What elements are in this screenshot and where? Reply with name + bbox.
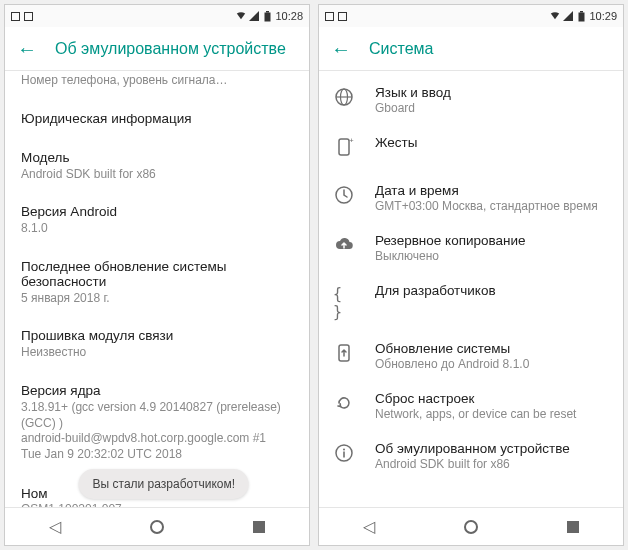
svg-rect-2 — [578, 12, 584, 21]
item-subtitle: Выключено — [375, 249, 609, 263]
system-list-item[interactable]: Язык и вводGboard — [319, 75, 623, 125]
status-notif-icon — [338, 12, 347, 21]
app-bar: ← Система — [319, 27, 623, 71]
item-subtitle: Android SDK built for x86 — [21, 167, 293, 183]
settings-item[interactable]: Прошивка модуля связи Неизвестно — [21, 318, 293, 373]
svg-rect-13 — [343, 452, 345, 458]
settings-item[interactable]: Версия Android 8.1.0 — [21, 194, 293, 249]
system-list-item[interactable]: { }Для разработчиков — [319, 273, 623, 331]
globe-icon — [333, 85, 355, 107]
signal-icon — [249, 11, 259, 21]
nav-home-icon[interactable] — [464, 520, 478, 534]
nav-back-icon[interactable]: ◁ — [49, 517, 61, 536]
status-notif-icon — [11, 12, 20, 21]
item-subtitle: Номер телефона, уровень сигнала… — [21, 73, 293, 89]
status-bar: 10:29 — [319, 5, 623, 27]
wifi-icon — [236, 11, 246, 21]
back-arrow-icon[interactable]: ← — [17, 39, 37, 59]
status-time: 10:29 — [589, 10, 617, 22]
item-title: Модель — [21, 150, 293, 165]
item-title: Прошивка модуля связи — [21, 328, 293, 343]
settings-item[interactable]: Версия ядра 3.18.91+ (gcc version 4.9 20… — [21, 373, 293, 474]
app-bar-title: Система — [369, 40, 433, 58]
svg-text:+: + — [349, 137, 354, 145]
braces-icon: { } — [333, 283, 355, 321]
item-subtitle: Неизвестно — [21, 345, 293, 361]
svg-rect-7 — [339, 139, 349, 155]
item-title: Сброс настроек — [375, 391, 609, 406]
system-list-item[interactable]: Дата и времяGMT+03:00 Москва, стандартно… — [319, 173, 623, 223]
item-subtitle: 8.1.0 — [21, 221, 293, 237]
svg-rect-1 — [266, 11, 269, 13]
settings-item[interactable]: Юридическая информация — [21, 101, 293, 140]
nav-recent-icon[interactable] — [253, 521, 265, 533]
item-title: Об эмулированном устройстве — [375, 441, 609, 456]
svg-rect-0 — [264, 12, 270, 21]
cloud-up-icon — [333, 233, 355, 255]
item-title: Для разработчиков — [375, 283, 609, 298]
item-title: Последнее обновление системы безопасност… — [21, 259, 293, 289]
item-subtitle: OSM1.100201.007 — [21, 502, 293, 507]
item-subtitle: Network, apps, or device can be reset — [375, 407, 609, 421]
clock-icon — [333, 183, 355, 205]
status-time: 10:28 — [275, 10, 303, 22]
status-bar: 10:28 — [5, 5, 309, 27]
item-title: Жесты — [375, 135, 609, 150]
app-bar-title: Об эмулированном устройстве — [55, 40, 286, 58]
svg-rect-3 — [580, 11, 583, 13]
settings-item[interactable]: Общая информация Номер телефона, уровень… — [21, 71, 293, 101]
reset-icon — [333, 391, 355, 413]
nav-home-icon[interactable] — [150, 520, 164, 534]
item-subtitle: 3.18.91+ (gcc version 4.9 20140827 (prer… — [21, 400, 293, 462]
gesture-icon: + — [333, 135, 355, 157]
navigation-bar: ◁ — [5, 507, 309, 545]
item-title: Ном — [21, 486, 48, 501]
toast-message: Вы стали разработчиком! — [79, 469, 249, 499]
status-notif-icon — [325, 12, 334, 21]
battery-icon — [262, 11, 272, 21]
item-title: Дата и время — [375, 183, 609, 198]
settings-item[interactable]: Последнее обновление системы безопасност… — [21, 249, 293, 319]
settings-item[interactable]: Модель Android SDK built for x86 — [21, 140, 293, 195]
system-list-item[interactable]: +Жесты — [319, 125, 623, 173]
item-title: Версия Android — [21, 204, 293, 219]
item-subtitle: Android SDK built for x86 — [375, 457, 609, 471]
svg-point-12 — [343, 449, 345, 451]
item-title: Язык и ввод — [375, 85, 609, 100]
info-icon — [333, 441, 355, 463]
system-list-item[interactable]: Резервное копированиеВыключено — [319, 223, 623, 273]
system-list-item[interactable]: Обновление системыОбновлено до Android 8… — [319, 331, 623, 381]
item-title: Обновление системы — [375, 341, 609, 356]
settings-content: Общая информация Номер телефона, уровень… — [5, 71, 309, 507]
app-bar: ← Об эмулированном устройстве — [5, 27, 309, 71]
back-arrow-icon[interactable]: ← — [331, 39, 351, 59]
item-title: Резервное копирование — [375, 233, 609, 248]
phone-right-system: 10:29 ← Система Язык и вводGboard+ЖестыД… — [318, 4, 624, 546]
signal-icon — [563, 11, 573, 21]
battery-icon — [576, 11, 586, 21]
item-subtitle: 5 января 2018 г. — [21, 291, 293, 307]
item-subtitle: GMT+03:00 Москва, стандартное время — [375, 199, 609, 213]
item-title: Юридическая информация — [21, 111, 293, 126]
system-list-item[interactable]: Сброс настроекNetwork, apps, or device c… — [319, 381, 623, 431]
update-icon — [333, 341, 355, 363]
nav-recent-icon[interactable] — [567, 521, 579, 533]
item-title: Версия ядра — [21, 383, 293, 398]
status-notif-icon — [24, 12, 33, 21]
item-subtitle: Gboard — [375, 101, 609, 115]
item-subtitle: Обновлено до Android 8.1.0 — [375, 357, 609, 371]
phone-left-about: 10:28 ← Об эмулированном устройстве Обща… — [4, 4, 310, 546]
system-list-item[interactable]: Об эмулированном устройствеAndroid SDK b… — [319, 431, 623, 481]
navigation-bar: ◁ — [319, 507, 623, 545]
system-list: Язык и вводGboard+ЖестыДата и времяGMT+0… — [319, 71, 623, 507]
wifi-icon — [550, 11, 560, 21]
nav-back-icon[interactable]: ◁ — [363, 517, 375, 536]
